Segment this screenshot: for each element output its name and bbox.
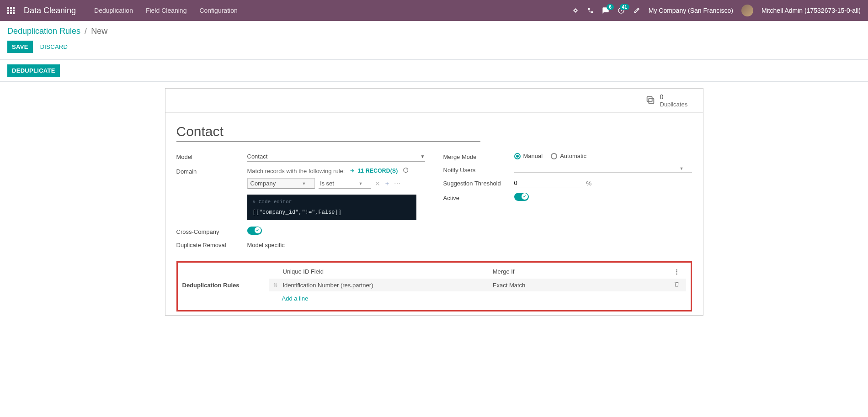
refresh-icon[interactable] bbox=[403, 167, 409, 174]
breadcrumb-root[interactable]: Deduplication Rules bbox=[7, 26, 80, 36]
label-merge-mode: Merge Mode bbox=[443, 152, 514, 160]
nav-menu: Deduplication Field Cleaning Configurati… bbox=[94, 7, 238, 14]
label-active: Active bbox=[443, 193, 514, 201]
radio-manual[interactable]: Manual bbox=[514, 153, 543, 159]
label-notify: Notify Users bbox=[443, 165, 514, 174]
row-merge-value: Exact Match bbox=[493, 282, 668, 289]
tools-icon[interactable] bbox=[633, 7, 640, 14]
domain-match-text: Match records with the following rule: bbox=[247, 168, 345, 174]
duplicates-stat-button[interactable]: 0 Duplicates bbox=[637, 89, 703, 112]
deduplicate-button[interactable]: DEDUPLICATE bbox=[7, 64, 60, 77]
more-node-icon[interactable]: ⋯ bbox=[394, 180, 400, 187]
label-domain: Domain bbox=[176, 166, 247, 175]
app-title[interactable]: Data Cleaning bbox=[24, 6, 76, 16]
rules-section-title: Deduplication Rules bbox=[182, 282, 269, 289]
company-switcher[interactable]: My Company (San Francisco) bbox=[649, 7, 733, 14]
active-toggle[interactable] bbox=[514, 193, 529, 201]
nav-deduplication[interactable]: Deduplication bbox=[94, 7, 133, 14]
activities-icon[interactable]: 41 bbox=[618, 7, 625, 14]
clone-icon bbox=[645, 95, 655, 106]
action-bar: SAVE DISCARD bbox=[0, 36, 868, 60]
svg-rect-3 bbox=[647, 96, 652, 101]
breadcrumb: Deduplication Rules / New bbox=[7, 26, 861, 36]
model-value: Contact bbox=[247, 153, 268, 160]
drag-handle-icon[interactable]: ⇅ bbox=[269, 282, 282, 288]
dup-removal-value: Model specific bbox=[247, 240, 425, 248]
domain-field-value: Company bbox=[250, 180, 276, 187]
dedup-rules-section: Deduplication Rules Unique ID Field Merg… bbox=[176, 261, 692, 311]
messages-icon[interactable]: 6 bbox=[602, 7, 609, 14]
duplicates-count: 0 bbox=[660, 93, 688, 101]
notify-users-input[interactable]: ▼ bbox=[514, 165, 692, 173]
caret-down-icon: ▼ bbox=[359, 181, 363, 186]
code-editor[interactable]: # Code editor [["company_id","!=",False]… bbox=[247, 195, 416, 220]
activities-badge: 41 bbox=[620, 4, 629, 10]
model-select[interactable]: Contact ▼ bbox=[247, 152, 425, 162]
name-input[interactable] bbox=[176, 124, 480, 142]
svg-point-0 bbox=[575, 10, 576, 11]
svg-rect-2 bbox=[649, 98, 654, 103]
label-cross-company: Cross-Company bbox=[176, 227, 247, 235]
code-comment: # Code editor bbox=[253, 199, 411, 205]
kebab-icon[interactable]: ⋮ bbox=[674, 268, 680, 275]
records-link[interactable]: 11 RECORD(S) bbox=[349, 168, 398, 174]
user-menu[interactable]: Mitchell Admin (17532673-15-0-all) bbox=[761, 7, 861, 14]
table-row[interactable]: ⇅ Identification Number (res.partner) Ex… bbox=[269, 279, 686, 291]
apps-icon[interactable] bbox=[7, 7, 15, 14]
nav-configuration[interactable]: Configuration bbox=[199, 7, 237, 14]
phone-icon[interactable] bbox=[587, 7, 594, 14]
caret-down-icon: ▼ bbox=[421, 154, 425, 159]
radio-unchecked-icon bbox=[551, 153, 557, 159]
trash-icon[interactable] bbox=[674, 282, 680, 289]
label-model: Model bbox=[176, 152, 247, 160]
caret-down-icon: ▼ bbox=[302, 181, 306, 186]
form-sheet: 0 Duplicates Model Contact ▼ bbox=[165, 88, 703, 316]
radio-manual-label: Manual bbox=[523, 153, 543, 159]
domain-operator-value: is set bbox=[320, 180, 334, 187]
col-header-merge: Merge If bbox=[493, 268, 668, 275]
statusbar: DEDUPLICATE bbox=[0, 60, 868, 82]
messages-badge: 6 bbox=[607, 4, 614, 10]
avatar[interactable] bbox=[741, 5, 753, 16]
radio-auto-label: Automatic bbox=[560, 153, 586, 159]
debug-icon[interactable] bbox=[572, 7, 579, 14]
save-button[interactable]: SAVE bbox=[7, 41, 33, 53]
nav-field-cleaning[interactable]: Field Cleaning bbox=[146, 7, 187, 14]
records-count: 11 RECORD(S) bbox=[357, 168, 398, 174]
domain-field-select[interactable]: Company ▼ bbox=[247, 178, 315, 189]
label-threshold: Suggestion Threshold bbox=[443, 178, 514, 187]
radio-automatic[interactable]: Automatic bbox=[551, 153, 586, 159]
add-line-link[interactable]: Add a line bbox=[282, 295, 309, 302]
domain-operator-select[interactable]: is set ▼ bbox=[319, 179, 371, 189]
row-field-value: Identification Number (res.partner) bbox=[282, 282, 493, 289]
breadcrumb-sep: / bbox=[85, 26, 87, 36]
discard-button[interactable]: DISCARD bbox=[40, 43, 68, 50]
label-dup-removal: Duplicate Removal bbox=[176, 240, 247, 248]
pct-sign: % bbox=[586, 180, 592, 187]
add-node-icon[interactable]: ＋ bbox=[384, 179, 390, 188]
code-content: [["company_id","!=",False]] bbox=[253, 209, 411, 216]
col-header-field: Unique ID Field bbox=[282, 268, 493, 275]
radio-checked-icon bbox=[514, 153, 521, 159]
caret-down-icon: ▼ bbox=[680, 166, 684, 171]
delete-node-icon[interactable]: ✕ bbox=[375, 180, 380, 187]
button-box: 0 Duplicates bbox=[165, 89, 703, 113]
cross-company-toggle[interactable] bbox=[247, 227, 262, 235]
breadcrumb-current: New bbox=[91, 26, 107, 36]
topbar: Data Cleaning Deduplication Field Cleani… bbox=[0, 0, 868, 21]
duplicates-label: Duplicates bbox=[660, 101, 688, 108]
threshold-input[interactable] bbox=[514, 178, 583, 188]
